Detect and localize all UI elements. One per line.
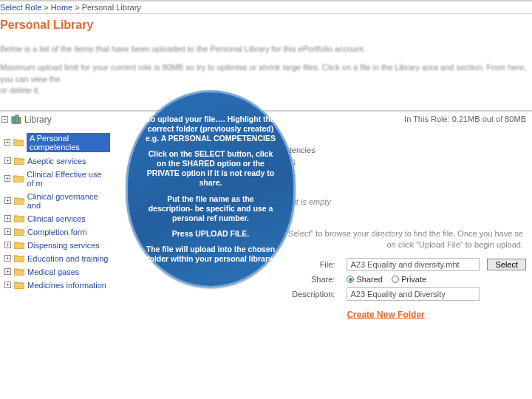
- tree-item-clinical-governance[interactable]: + Clinical governance and: [4, 190, 110, 212]
- sidebar-header: − Library: [0, 112, 110, 128]
- svg-rect-1: [16, 115, 18, 123]
- description-input[interactable]: A23 Equality and Diversity: [347, 287, 480, 301]
- tree-item-label: Dispensing services: [27, 241, 100, 250]
- tree-expander-icon[interactable]: +: [4, 215, 11, 222]
- tree-item-label: A Personal competencies: [27, 133, 110, 152]
- quota-text: In This Role: 0.21MB out of 80MB: [404, 115, 526, 123]
- tree-expander-icon[interactable]: +: [4, 268, 11, 275]
- tree-item-dispensing-services[interactable]: + Dispensing services: [4, 239, 110, 252]
- tree-expander-icon[interactable]: +: [4, 197, 11, 204]
- callout-p5: The file will upload into the chosen fol…: [144, 245, 277, 264]
- tree-expander-icon[interactable]: +: [4, 282, 11, 288]
- folder-icon: [14, 281, 24, 289]
- description-label: Description:: [125, 290, 347, 299]
- shared-radio-label: Shared: [356, 275, 382, 284]
- breadcrumb: Select Role > Home > Personal Library: [0, 0, 532, 14]
- tree-item-label: Education and training: [27, 254, 108, 263]
- sidebar: − Library + A Personal competencies + As…: [0, 110, 110, 321]
- private-radio[interactable]: Private: [392, 275, 426, 284]
- folder-icon: [14, 214, 24, 222]
- tree-item-clinical-effective[interactable]: + Clinical Effective use of m: [4, 168, 110, 190]
- folder-icon: [14, 254, 24, 262]
- breadcrumb-sep: >: [44, 3, 48, 12]
- folder-icon: [14, 228, 24, 236]
- tree-item-medical-gases[interactable]: + Medical gases: [4, 265, 110, 279]
- breadcrumb-sep2: >: [75, 3, 79, 12]
- tree-item-medicines-information[interactable]: + Medicines information: [4, 279, 110, 292]
- tree-expander-icon[interactable]: +: [4, 139, 10, 146]
- page-title: Personal Library: [0, 14, 532, 36]
- folder-tree: + A Personal competencies + Aseptic serv…: [0, 128, 110, 292]
- private-radio-label: Private: [401, 275, 426, 284]
- instruction-callout: To upload your file…. Highlight the corr…: [126, 90, 296, 288]
- callout-p4: Press UPLOAD FILE.: [172, 229, 249, 239]
- tree-item-completion-form[interactable]: + Completion form: [4, 225, 110, 239]
- tree-item-education-training[interactable]: + Education and training: [4, 252, 110, 265]
- tree-expander-icon[interactable]: −: [1, 116, 8, 123]
- intro-text-2b: or delete it.: [0, 85, 532, 96]
- callout-p1: To upload your file…. Highlight the corr…: [144, 115, 277, 143]
- tree-item-label: Completion form: [27, 228, 87, 236]
- tree-item-a-personal-competencies[interactable]: + A Personal competencies: [4, 131, 110, 154]
- tree-item-label: Clinical governance and: [27, 192, 111, 210]
- folder-icon: [14, 197, 24, 205]
- callout-p3: Put the file name as the description- be…: [144, 194, 277, 223]
- svg-rect-2: [18, 117, 21, 123]
- folder-icon: [14, 241, 24, 249]
- folder-icon: [13, 138, 24, 146]
- svg-rect-0: [12, 117, 15, 123]
- tree-expander-icon[interactable]: +: [4, 228, 11, 235]
- library-icon: [11, 115, 21, 125]
- tree-item-label: Aseptic services: [27, 157, 86, 166]
- breadcrumb-current: Personal Library: [82, 3, 141, 12]
- file-input[interactable]: A23 Equality and diversity.mht: [347, 258, 480, 271]
- tree-item-label: Clinical services: [27, 214, 86, 223]
- breadcrumb-select-role[interactable]: Select Role: [0, 3, 41, 12]
- sidebar-heading-label: Library: [24, 115, 52, 125]
- tree-expander-icon[interactable]: +: [4, 255, 11, 262]
- breadcrumb-home[interactable]: Home: [51, 3, 72, 12]
- intro-text-2: Maximum upload limit for your current ro…: [0, 62, 532, 85]
- select-button[interactable]: Select: [487, 259, 526, 270]
- tree-item-label: Medical gases: [27, 267, 79, 276]
- radio-icon: [392, 276, 399, 283]
- tree-expander-icon[interactable]: +: [4, 175, 10, 182]
- folder-icon: [13, 174, 24, 183]
- create-new-folder-link[interactable]: Create New Folder: [347, 310, 532, 320]
- tree-item-aseptic-services[interactable]: + Aseptic services: [4, 154, 110, 168]
- folder-icon: [14, 267, 24, 276]
- tree-item-label: Medicines information: [27, 281, 106, 290]
- shared-radio[interactable]: Shared: [347, 275, 382, 284]
- radio-icon: [347, 276, 354, 283]
- tree-expander-icon[interactable]: +: [4, 242, 11, 248]
- tree-item-label: Clinical Effective use of m: [27, 170, 110, 188]
- callout-p2: Click on the SELECT button, click on the…: [144, 149, 277, 188]
- tree-item-clinical-services[interactable]: + Clinical services: [4, 212, 110, 225]
- folder-icon: [14, 157, 24, 165]
- intro-text-1: Below is a list of the items that have b…: [0, 36, 532, 58]
- tree-expander-icon[interactable]: +: [4, 157, 11, 164]
